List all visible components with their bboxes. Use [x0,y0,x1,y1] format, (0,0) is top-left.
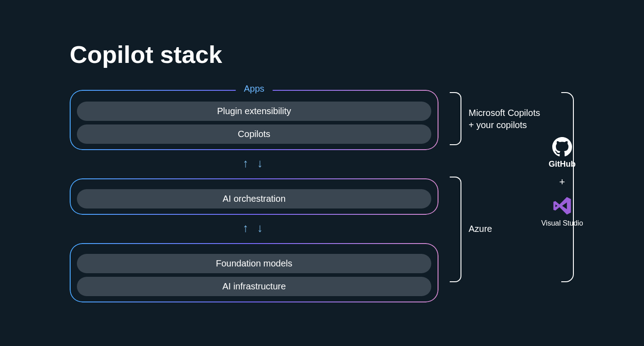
pill-ai-infrastructure: AI infrastructure [77,277,431,296]
pill-foundation-models: Foundation models [77,254,431,273]
arrows-icon: ↑ ↓ [70,221,438,235]
group-foundation: Foundation models AI infrastructure [70,243,438,302]
label-azure: Azure [469,223,492,235]
group-apps-header: Apps [236,84,273,94]
plus-label: + [526,176,598,188]
visual-studio-icon [526,195,598,218]
group-apps: Apps Plugin extensibility Copilots [70,90,438,150]
arrows-icon: ↑ ↓ [70,156,438,170]
bracket-top-icon [450,92,461,145]
diagram-title: Copilot stack [70,40,222,68]
github-icon [552,137,572,159]
label-line1: Microsoft Copilots [469,108,540,118]
pill-plugin-extensibility: Plugin extensibility [77,102,431,121]
stack-column: Apps Plugin extensibility Copilots ↑ ↓ A… [70,90,438,309]
label-microsoft-copilots: Microsoft Copilots + your copilots [469,107,540,131]
bracket-bottom-icon [450,177,461,282]
tools-column: GitHub + Visual Studio [526,137,598,227]
label-line2: + your copilots [469,120,527,130]
pill-copilots: Copilots [77,124,431,144]
github-label: GitHub [526,160,598,169]
visual-studio-label: Visual Studio [526,219,598,227]
pill-ai-orchestration: AI orchestration [77,189,431,208]
group-orchestration: AI orchestration [70,178,438,215]
